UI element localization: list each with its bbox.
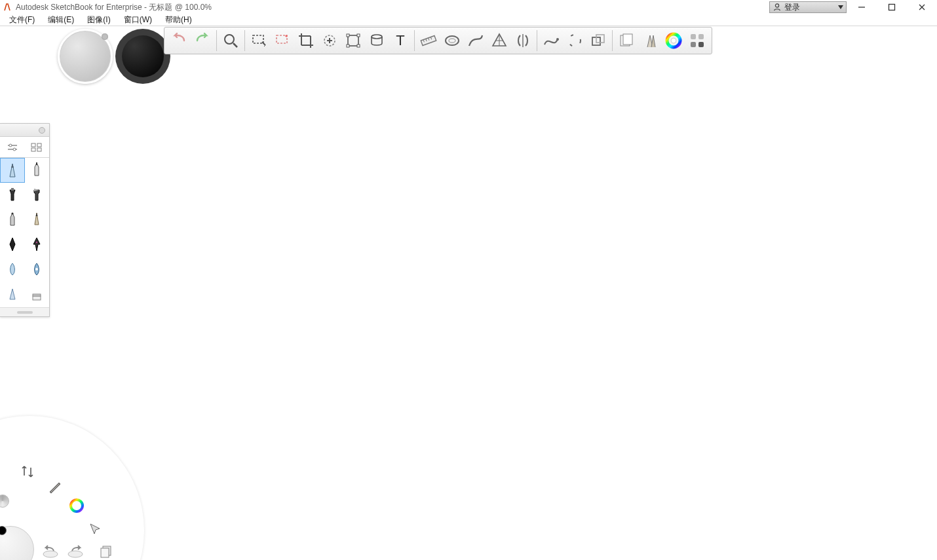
- brush-pencil[interactable]: [0, 158, 25, 183]
- menu-bar: 文件(F) 编辑(E) 图像(I) 窗口(W) 帮助(H): [0, 14, 937, 26]
- main-toolbar: [164, 27, 712, 54]
- brush-ballpoint[interactable]: [0, 208, 25, 233]
- tool-perspective[interactable]: [488, 29, 511, 52]
- tool-shape[interactable]: [586, 29, 610, 52]
- brush-eraser-hard[interactable]: [25, 282, 50, 307]
- brush-palette-header[interactable]: [0, 124, 49, 137]
- toolbar-separator: [612, 30, 613, 51]
- brush-airbrush-soft[interactable]: [0, 257, 25, 282]
- svg-point-15: [68, 551, 83, 557]
- tool-steady-stroke[interactable]: [563, 29, 586, 52]
- svg-rect-9: [31, 143, 35, 147]
- lagoon-brush[interactable]: [43, 476, 66, 498]
- brush-color-puck[interactable]: [115, 29, 170, 84]
- tool-add-layer[interactable]: [318, 29, 341, 52]
- brush-ink-pen[interactable]: [0, 233, 25, 257]
- tool-zoom[interactable]: [219, 29, 242, 52]
- tool-symmetry[interactable]: [511, 29, 535, 52]
- tool-color-wheel[interactable]: [662, 29, 685, 52]
- maximize-button[interactable]: [877, 0, 907, 14]
- svg-rect-12: [37, 148, 41, 151]
- tool-flipbook[interactable]: [615, 29, 638, 52]
- brush-size-puck[interactable]: [58, 29, 113, 84]
- svg-point-7: [9, 144, 12, 147]
- toolbar-separator: [537, 30, 537, 51]
- lagoon-color[interactable]: [66, 495, 88, 517]
- login-label: 登录: [784, 2, 800, 13]
- lagoon-tools[interactable]: [17, 460, 39, 483]
- lagoon-redo[interactable]: [64, 540, 86, 560]
- brush-marker[interactable]: [0, 183, 25, 208]
- svg-point-13: [71, 500, 83, 512]
- tool-ellipse-guide[interactable]: [440, 29, 464, 52]
- brush-palette-resize-handle[interactable]: [0, 307, 49, 316]
- brush-hard-pencil[interactable]: [25, 208, 50, 233]
- tool-crop[interactable]: [294, 29, 318, 52]
- lagoon-cursor[interactable]: [84, 518, 106, 540]
- brush-tab-library[interactable]: [25, 137, 50, 158]
- svg-point-0: [775, 4, 778, 7]
- tool-text[interactable]: [389, 29, 412, 52]
- tool-quad-apps[interactable]: [685, 29, 709, 52]
- toolbar-separator: [216, 30, 217, 51]
- brush-pucks: [58, 29, 170, 84]
- tool-undo[interactable]: [167, 29, 191, 52]
- tool-brushes[interactable]: [638, 29, 662, 52]
- brush-tab-sliders[interactable]: [0, 137, 25, 158]
- menu-file[interactable]: 文件(F): [3, 14, 41, 26]
- app-logo-icon: [3, 3, 12, 12]
- toolbar-separator: [244, 30, 245, 51]
- svg-point-8: [13, 148, 16, 151]
- tool-transform[interactable]: [341, 29, 365, 52]
- chevron-down-icon: [838, 5, 843, 9]
- svg-rect-11: [31, 148, 35, 151]
- menu-window[interactable]: 窗口(W): [117, 14, 159, 26]
- toolbar-separator: [414, 30, 415, 51]
- svg-rect-17: [101, 548, 109, 557]
- tool-redo[interactable]: [191, 29, 214, 52]
- brush-airbrush-hard[interactable]: [25, 257, 50, 282]
- brush-palette: [0, 123, 50, 317]
- brush-nib-pen[interactable]: [25, 233, 50, 257]
- lagoon-layers[interactable]: [96, 540, 118, 560]
- tool-ruler[interactable]: [417, 29, 440, 52]
- brush-chisel-marker[interactable]: [25, 183, 50, 208]
- window-title: Autodesk SketchBook for Enterprise - 无标题…: [16, 2, 212, 13]
- tool-select-magic[interactable]: [271, 29, 294, 52]
- tool-french-curve[interactable]: [464, 29, 488, 52]
- login-button[interactable]: 登录: [769, 1, 847, 13]
- menu-edit[interactable]: 编辑(E): [41, 14, 81, 26]
- tool-distort[interactable]: [365, 29, 389, 52]
- close-button[interactable]: [907, 0, 937, 14]
- tool-predictive-stroke[interactable]: [539, 29, 563, 52]
- tool-select-rect[interactable]: [247, 29, 271, 52]
- menu-help[interactable]: 帮助(H): [159, 14, 199, 26]
- brush-technical-pen[interactable]: [25, 158, 50, 183]
- minimize-button[interactable]: [847, 0, 877, 14]
- brush-eraser-soft[interactable]: [0, 282, 25, 307]
- person-icon: [773, 3, 782, 12]
- svg-line-4: [919, 5, 925, 10]
- palette-collapse-icon: [39, 127, 45, 134]
- svg-line-3: [919, 5, 925, 10]
- svg-rect-2: [889, 5, 895, 10]
- svg-rect-10: [37, 143, 41, 147]
- lagoon: [0, 445, 131, 560]
- lagoon-undo[interactable]: [39, 540, 62, 560]
- title-bar: Autodesk SketchBook for Enterprise - 无标题…: [0, 0, 937, 14]
- svg-point-14: [43, 551, 58, 557]
- menu-image[interactable]: 图像(I): [81, 14, 117, 26]
